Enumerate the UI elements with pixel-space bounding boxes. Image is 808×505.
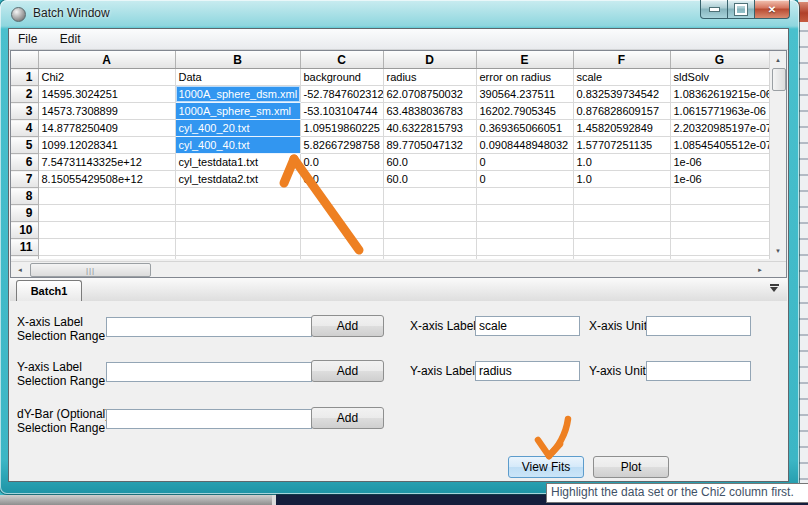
cell[interactable]: 1.08362619215e-06 [670, 86, 769, 103]
column-header-a[interactable]: A [38, 51, 175, 69]
horizontal-scrollbar[interactable]: ◄ ||| ► [11, 261, 786, 277]
cell[interactable] [300, 222, 383, 239]
tab-batch1[interactable]: Batch1 [16, 280, 82, 301]
x-axis-unit-input[interactable] [646, 316, 751, 336]
cell[interactable]: 0 [476, 154, 573, 171]
row-number[interactable]: 9 [11, 205, 38, 222]
cell[interactable]: 1099.12028341 [38, 137, 175, 154]
cell[interactable] [38, 256, 175, 260]
cell[interactable]: 1.09519860225 [300, 120, 383, 137]
cell[interactable]: 7.54731143325e+12 [38, 154, 175, 171]
cell[interactable]: 1000A_sphere_sm.xml [175, 103, 300, 120]
cell[interactable]: background [300, 69, 383, 86]
cell[interactable] [383, 256, 476, 260]
cell[interactable]: 0.0908448948032 [476, 137, 573, 154]
cell[interactable]: 0.0 [300, 171, 383, 188]
cell[interactable] [476, 256, 573, 260]
cell[interactable] [476, 188, 573, 205]
cell[interactable]: 1.0 [573, 171, 670, 188]
column-header-g[interactable]: G [670, 51, 769, 69]
cell[interactable]: 0.0 [300, 154, 383, 171]
view-fits-button[interactable]: View Fits [508, 456, 584, 478]
minimize-button[interactable] [700, 0, 728, 19]
cell[interactable] [573, 222, 670, 239]
cell[interactable]: cyl_400_40.txt [175, 137, 300, 154]
title-bar[interactable]: Batch Window ✕ [0, 0, 799, 28]
cell[interactable] [175, 239, 300, 256]
cell[interactable]: 14573.7308899 [38, 103, 175, 120]
cell[interactable] [383, 205, 476, 222]
row-number[interactable]: 5 [11, 137, 38, 154]
cell[interactable] [573, 188, 670, 205]
cell[interactable]: 390564.237511 [476, 86, 573, 103]
cell[interactable]: cyl_400_20.txt [175, 120, 300, 137]
cell[interactable] [573, 256, 670, 260]
cell[interactable]: 0 [476, 171, 573, 188]
cell[interactable] [670, 239, 769, 256]
row-number[interactable]: 6 [11, 154, 38, 171]
x-range-input[interactable] [106, 317, 312, 337]
cell[interactable] [476, 222, 573, 239]
cell[interactable] [175, 188, 300, 205]
dy-bar-add-button[interactable]: Add [311, 407, 384, 429]
cell[interactable]: 60.0 [383, 154, 476, 171]
maximize-button[interactable] [728, 0, 755, 19]
dy-bar-input[interactable] [106, 409, 312, 429]
cell[interactable] [476, 239, 573, 256]
cell[interactable]: error on radius [476, 69, 573, 86]
cell[interactable] [670, 256, 769, 260]
cell[interactable] [573, 205, 670, 222]
cell[interactable]: 1.08545405512e-07 [670, 137, 769, 154]
close-button[interactable]: ✕ [755, 0, 790, 19]
cell[interactable]: radius [383, 69, 476, 86]
cell[interactable]: 63.4838036783 [383, 103, 476, 120]
cell[interactable] [383, 239, 476, 256]
cell[interactable]: 0.369365066051 [476, 120, 573, 137]
cell[interactable]: Data [175, 69, 300, 86]
cell[interactable]: scale [573, 69, 670, 86]
row-number[interactable]: 7 [11, 171, 38, 188]
row-number[interactable]: 1 [11, 69, 38, 86]
cell[interactable] [300, 205, 383, 222]
cell[interactable]: 2.20320985197e-07 [670, 120, 769, 137]
cell[interactable]: 16202.7905345 [476, 103, 573, 120]
scroll-left-icon[interactable]: ◄ [12, 262, 28, 277]
y-axis-label-input[interactable] [475, 361, 580, 381]
y-range-input[interactable] [106, 362, 312, 382]
cell[interactable]: 1.0615771963e-06 [670, 103, 769, 120]
cell[interactable]: cyl_testdata1.txt [175, 154, 300, 171]
row-number[interactable]: 10 [11, 222, 38, 239]
column-header-c[interactable]: C [300, 51, 383, 69]
cell[interactable] [670, 222, 769, 239]
cell[interactable] [38, 205, 175, 222]
row-number[interactable]: 2 [11, 86, 38, 103]
cell[interactable]: cyl_testdata2.txt [175, 171, 300, 188]
cell[interactable]: sldSolv [670, 69, 769, 86]
cell[interactable] [38, 239, 175, 256]
cell[interactable]: -53.103104744 [300, 103, 383, 120]
column-header-f[interactable]: F [573, 51, 670, 69]
cell[interactable] [476, 205, 573, 222]
cell[interactable]: 60.0 [383, 171, 476, 188]
y-range-add-button[interactable]: Add [311, 360, 384, 382]
x-axis-label-input[interactable] [475, 316, 580, 336]
cell[interactable] [175, 222, 300, 239]
cell[interactable] [670, 205, 769, 222]
row-number[interactable]: 3 [11, 103, 38, 120]
cell[interactable]: Chi2 [38, 69, 175, 86]
cell[interactable] [38, 222, 175, 239]
cell[interactable]: 40.6322815793 [383, 120, 476, 137]
column-header-b[interactable]: B [175, 51, 300, 69]
cell[interactable] [383, 222, 476, 239]
cell[interactable] [300, 188, 383, 205]
cell[interactable]: 1.57707251135 [573, 137, 670, 154]
row-number[interactable]: 4 [11, 120, 38, 137]
column-header-e[interactable]: E [476, 51, 573, 69]
cell[interactable]: 0.876828609157 [573, 103, 670, 120]
vertical-scroll-thumb[interactable] [772, 68, 786, 91]
row-number[interactable]: 12 [11, 256, 38, 260]
cell[interactable] [300, 256, 383, 260]
row-number[interactable]: 11 [11, 239, 38, 256]
vertical-scrollbar[interactable]: ▲ ▼ [769, 51, 786, 259]
cell[interactable]: -52.7847602312 [300, 86, 383, 103]
